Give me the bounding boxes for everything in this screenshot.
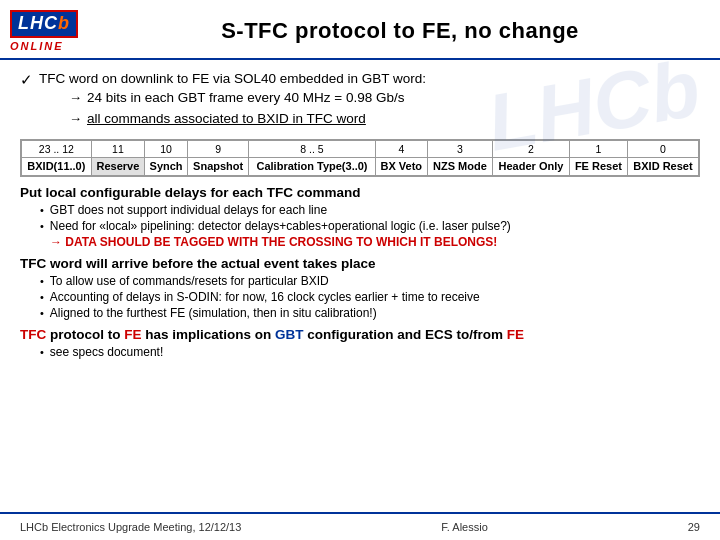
col-header-0: 23 .. 12	[22, 140, 92, 158]
section2-bullet-text-3: Aligned to the furthest FE (simulation, …	[50, 306, 377, 320]
col-header-5: 4	[375, 140, 427, 158]
section-3: TFC protocol to FE has implications on G…	[20, 327, 700, 359]
cell-bx-veto: BX Veto	[375, 158, 427, 176]
arrow-icon-2: →	[69, 111, 82, 126]
section1-bullet-text-2: Need for «local» pipelining: detector de…	[50, 219, 511, 233]
s3-text2: has implications on	[145, 327, 275, 342]
col-header-6: 3	[427, 140, 492, 158]
arrow-bullet-1: → 24 bits in each GBT frame every 40 MHz…	[69, 89, 426, 108]
dot-icon-1: •	[40, 204, 44, 216]
col-header-9: 0	[627, 140, 698, 158]
tfc-red: TFC	[20, 327, 46, 342]
section2-bullet-text-1: To allow use of commands/resets for part…	[50, 274, 329, 288]
section3-bullet-1: • see specs document!	[40, 345, 700, 359]
footer-center-text: F. Alessio	[441, 521, 487, 533]
arrow-text-2: all commands associated to BXID in TFC w…	[87, 110, 366, 129]
section1-bullet-2: • Need for «local» pipelining: detector …	[40, 219, 700, 233]
cell-synch: Synch	[145, 158, 188, 176]
logo-lhc: LHC	[18, 13, 58, 33]
section3-bullet-text-1: see specs document!	[50, 345, 163, 359]
section1-bullet-1: • GBT does not support individual delays…	[40, 203, 700, 217]
col-header-7: 2	[492, 140, 569, 158]
bit-table: 23 .. 12 11 10 9 8 .. 5 4 3 2 1 0 BXID(1…	[21, 140, 699, 177]
footer-left-text: LHCb Electronics Upgrade Meeting, 12/12/…	[20, 521, 241, 533]
slide-header: LHCb ONLINE S-TFC protocol to FE, no cha…	[0, 0, 720, 60]
dot-icon-5: •	[40, 307, 44, 319]
section2-bullet-2: • Accounting of delays in S-ODIN: for no…	[40, 290, 700, 304]
cell-fe-reset: FE Reset	[569, 158, 627, 176]
col-header-2: 10	[145, 140, 188, 158]
section2-bullet-text-2: Accounting of delays in S-ODIN: for now,…	[50, 290, 480, 304]
section2-bullet-3: • Aligned to the furthest FE (simulation…	[40, 306, 700, 320]
fe-red-2: FE	[507, 327, 524, 342]
s3-text1: protocol to	[50, 327, 124, 342]
logo-b: b	[58, 13, 70, 33]
arrow-icon-1: →	[69, 90, 82, 105]
section1-data-line: → DATA SHOULD BE TAGGED WITH THE CROSSIN…	[50, 235, 700, 249]
section1-bullet-text-1: GBT does not support individual delays f…	[50, 203, 327, 217]
col-header-4: 8 .. 5	[249, 140, 376, 158]
section1-title: Put local configurable delays for each T…	[20, 185, 700, 200]
bit-table-container: 23 .. 12 11 10 9 8 .. 5 4 3 2 1 0 BXID(1…	[20, 139, 700, 178]
cell-bxid-reset: BXID Reset	[627, 158, 698, 176]
slide-title: S-TFC protocol to FE, no change	[100, 18, 700, 44]
footer-page-number: 29	[688, 521, 700, 533]
dot-icon-4: •	[40, 291, 44, 303]
arrow-text-1: 24 bits in each GBT frame every 40 MHz =…	[87, 89, 405, 108]
table-data-row: BXID(11..0) Reserve Synch Snapshot Calib…	[22, 158, 699, 176]
section-2: TFC word will arrive before the actual e…	[20, 256, 700, 320]
arrow-bullet-2: → all commands associated to BXID in TFC…	[69, 110, 426, 129]
col-header-8: 1	[569, 140, 627, 158]
col-header-1: 11	[91, 140, 144, 158]
fe-red-1: FE	[124, 327, 141, 342]
checkmark-icon: ✓	[20, 71, 33, 89]
dot-icon-6: •	[40, 346, 44, 358]
logo-area: LHCb ONLINE	[10, 10, 100, 52]
tfc-highlight-2: TFC	[20, 256, 46, 271]
cell-cal-type: Calibration Type(3..0)	[249, 158, 376, 176]
slide-footer: LHCb Electronics Upgrade Meeting, 12/12/…	[0, 512, 720, 540]
slide: LHCb ONLINE S-TFC protocol to FE, no cha…	[0, 0, 720, 540]
section3-title: TFC protocol to FE has implications on G…	[20, 327, 700, 342]
cell-nzs-mode: NZS Mode	[427, 158, 492, 176]
col-header-3: 9	[188, 140, 249, 158]
main-bullet: ✓ TFC word on downlink to FE via SOL40 e…	[20, 70, 700, 131]
table-header-row: 23 .. 12 11 10 9 8 .. 5 4 3 2 1 0	[22, 140, 699, 158]
s3-text3: configuration and ECS to/from	[307, 327, 507, 342]
tfc-highlight-1: TFC	[267, 185, 293, 200]
section-1: Put local configurable delays for each T…	[20, 185, 700, 249]
main-bullet-text: TFC word on downlink to FE via SOL40 emb…	[39, 71, 426, 86]
cell-snapshot: Snapshot	[188, 158, 249, 176]
gbt-blue: GBT	[275, 327, 304, 342]
cell-reserve: Reserve	[91, 158, 144, 176]
section2-bullet-1: • To allow use of commands/resets for pa…	[40, 274, 700, 288]
slide-content: ✓ TFC word on downlink to FE via SOL40 e…	[0, 60, 720, 512]
cell-bxid: BXID(11..0)	[22, 158, 92, 176]
cell-header-only: Header Only	[492, 158, 569, 176]
logo-online-text: ONLINE	[10, 40, 64, 52]
section2-title: TFC word will arrive before the actual e…	[20, 256, 700, 271]
dot-icon-3: •	[40, 275, 44, 287]
lhcb-logo: LHCb	[10, 10, 78, 38]
dot-icon-2: •	[40, 220, 44, 232]
